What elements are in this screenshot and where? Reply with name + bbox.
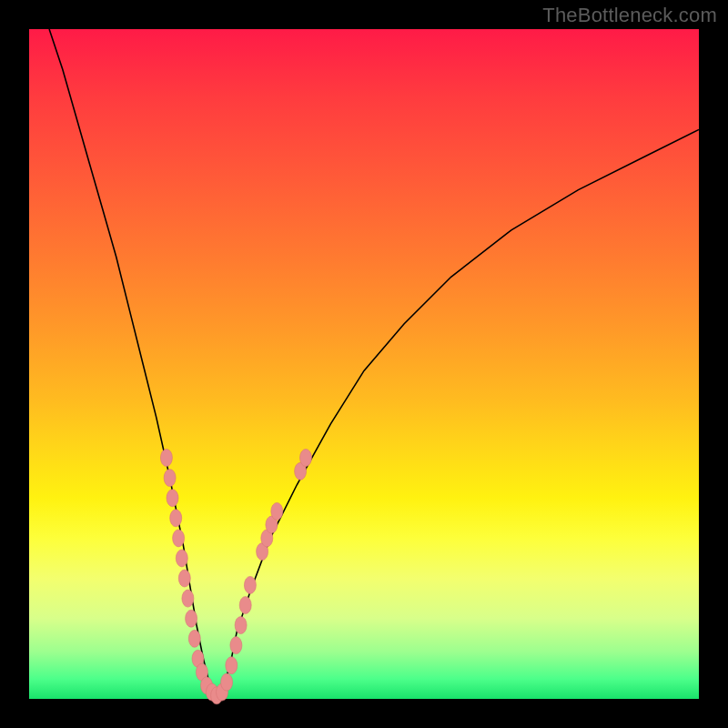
data-marker <box>239 597 251 614</box>
data-marker <box>164 470 176 487</box>
data-marker <box>182 590 194 607</box>
bottleneck-curve <box>49 29 699 699</box>
data-marker <box>226 657 238 674</box>
data-marker <box>271 502 283 520</box>
data-marker <box>221 673 233 691</box>
data-marker <box>188 630 200 647</box>
data-marker <box>186 610 197 627</box>
marker-layer <box>160 450 311 704</box>
data-marker <box>178 570 190 587</box>
data-marker <box>176 550 187 567</box>
curve-layer <box>29 29 699 699</box>
data-marker <box>167 490 178 507</box>
plot-area <box>29 29 699 699</box>
data-marker <box>300 450 312 467</box>
data-marker <box>173 530 185 547</box>
data-marker <box>170 510 182 527</box>
data-marker <box>230 637 242 654</box>
chart-stage: TheBottleneck.com <box>0 0 728 728</box>
watermark-label: TheBottleneck.com <box>542 4 717 27</box>
data-marker <box>160 450 172 467</box>
data-marker <box>244 576 256 593</box>
data-marker <box>235 617 247 634</box>
